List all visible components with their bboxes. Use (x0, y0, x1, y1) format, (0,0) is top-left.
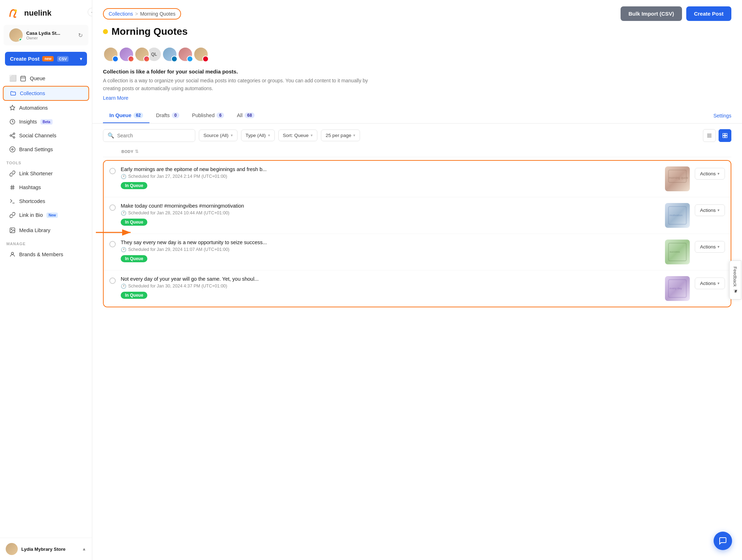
sidebar-item-link-in-bio[interactable]: Link in Bio New (3, 208, 89, 222)
per-page-label: 25 per page (326, 133, 351, 138)
search-box[interactable]: 🔍 (103, 129, 195, 142)
social-channels-icon (9, 132, 16, 139)
list-compact-view-btn[interactable] (703, 129, 716, 142)
sidebar-item-media-library[interactable]: Media Library (3, 224, 89, 237)
queue-icon (20, 75, 26, 82)
tab-published[interactable]: Published 6 (186, 108, 230, 123)
post-schedule-text-4: Scheduled for Jan 30, 2024 4:37 PM (UTC+… (128, 284, 227, 289)
avatar-row: QL (92, 43, 742, 67)
post-checkbox-3[interactable] (109, 241, 116, 247)
post-title-4: Not every day of your year will go the s… (121, 276, 660, 282)
bulk-import-button[interactable]: Bulk Import (CSV) (621, 6, 682, 21)
post-title-2: Make today count! #morningvibes #morning… (121, 203, 660, 209)
sidebar-item-collections-label: Collections (20, 90, 45, 96)
svg-point-0 (15, 10, 17, 12)
svg-text:morning quote: morning quote (669, 176, 688, 180)
sidebar-item-shortcodes-label: Shortcodes (19, 198, 45, 204)
media-library-icon (9, 227, 16, 234)
sidebar-item-social-channels-label: Social Channels (19, 133, 56, 138)
user-name: Casa Lydia St... (26, 31, 75, 36)
source-filter-label: Source (All) (203, 133, 229, 138)
tab-drafts-label: Drafts (156, 112, 170, 118)
tab-all[interactable]: All 68 (230, 108, 261, 123)
feedback-tab[interactable]: Feedback ⚑ (729, 260, 741, 300)
sidebar-item-brand-settings[interactable]: Brand Settings (3, 143, 89, 156)
actions-button-1[interactable]: Actions ▾ (695, 168, 725, 180)
tab-in-queue[interactable]: In Queue 62 (103, 108, 149, 123)
chat-bubble[interactable] (714, 532, 732, 550)
create-post-sidebar-button[interactable]: Create Post new CSV ▾ (5, 52, 87, 66)
sidebar-item-insights[interactable]: Insights Beta (3, 115, 89, 128)
post-schedule-1: 🕐 Scheduled for Jan 27, 2024 2:14 PM (UT… (121, 174, 660, 179)
tab-published-count: 6 (217, 112, 224, 118)
sidebar-item-automations[interactable]: Automations (3, 101, 89, 115)
create-post-header-button[interactable]: Create Post (686, 6, 731, 21)
refresh-icon[interactable]: ↻ (78, 32, 83, 39)
social-badge-tw (187, 56, 193, 62)
tab-all-count: 68 (245, 112, 254, 118)
collection-dot (103, 29, 108, 34)
post-schedule-text-3: Scheduled for Jan 29, 2024 11:07 AM (UTC… (128, 247, 229, 252)
settings-link[interactable]: Settings (713, 109, 731, 123)
actions-button-3[interactable]: Actions ▾ (695, 241, 725, 253)
sidebar-item-queue[interactable]: ⬜ Queue (3, 71, 89, 86)
learn-more-link[interactable]: Learn More (103, 95, 129, 101)
clock-icon-2: 🕐 (121, 210, 126, 216)
post-title-1: Early mornings are the epitome of new be… (121, 166, 660, 172)
sidebar-item-brands-members[interactable]: Brands & Members (3, 248, 89, 261)
hashtags-icon (9, 184, 16, 191)
sidebar-item-automations-label: Automations (19, 105, 48, 111)
type-chevron-icon: ▾ (268, 133, 270, 138)
type-filter[interactable]: Type (All) ▾ (241, 130, 275, 141)
new-badge-blue: New (47, 213, 58, 218)
page-title: Morning Quotes (111, 26, 188, 37)
post-checkbox-2[interactable] (109, 204, 116, 211)
tab-in-queue-label: In Queue (109, 112, 131, 118)
sort-icon[interactable]: ⇅ (135, 149, 139, 154)
sidebar-item-collections[interactable]: Collections (3, 86, 89, 101)
sidebar-item-hashtags[interactable]: Hashtags (3, 181, 89, 194)
clock-icon-4: 🕐 (121, 284, 126, 289)
post-thumbnail-4: every day (665, 276, 690, 301)
user-role: Owner (26, 36, 75, 40)
sort-filter[interactable]: Sort: Queue ▾ (278, 130, 318, 141)
sidebar-item-brand-settings-label: Brand Settings (19, 147, 53, 152)
tools-nav: Link Shortener Hashtags Shortcodes Link … (0, 166, 92, 222)
svg-point-6 (13, 133, 15, 135)
svg-line-14 (11, 185, 12, 190)
svg-text:motivation: motivation (670, 214, 682, 217)
online-indicator (19, 38, 22, 42)
post-checkbox-1[interactable] (109, 168, 116, 174)
footer-user-name: Lydia Mybrary Store (21, 547, 78, 552)
breadcrumb-collections[interactable]: Collections (109, 11, 133, 17)
source-filter[interactable]: Source (All) ▾ (199, 130, 238, 141)
per-page-filter[interactable]: 25 per page ▾ (321, 130, 360, 141)
search-input[interactable] (117, 133, 191, 138)
posts-table: BODY ⇅ Early mornings are the epitome of… (92, 146, 742, 307)
svg-point-8 (13, 137, 15, 138)
post-checkbox-4[interactable] (109, 278, 116, 284)
create-post-sidebar-label: Create Post (10, 56, 39, 62)
list-view-btn[interactable] (719, 129, 731, 142)
topbar-actions: Bulk Import (CSV) Create Post (621, 6, 731, 21)
sidebar-footer[interactable]: Lydia Mybrary Store ▲ (0, 538, 92, 560)
topbar: Collections > Morning Quotes Bulk Import… (92, 0, 742, 24)
sidebar-item-shortcodes[interactable]: Shortcodes (3, 194, 89, 208)
svg-line-15 (13, 185, 14, 190)
description-block: Collection is like a folder for your soc… (92, 67, 398, 108)
sidebar-item-link-in-bio-label: Link in Bio (19, 212, 43, 218)
feedback-icon: ⚑ (732, 289, 738, 293)
tab-drafts[interactable]: Drafts 0 (149, 108, 185, 123)
view-toggle (703, 129, 731, 142)
sidebar-item-social-channels[interactable]: Social Channels (3, 129, 89, 142)
actions-button-2[interactable]: Actions ▾ (695, 204, 725, 216)
sidebar-item-link-shortener[interactable]: Link Shortener (3, 167, 89, 180)
actions-chevron-4: ▾ (718, 281, 720, 286)
post-status-badge-4: In Queue (121, 292, 147, 299)
actions-button-4[interactable]: Actions ▾ (695, 278, 725, 289)
svg-point-7 (10, 135, 12, 137)
main-content: Collections > Morning Quotes Bulk Import… (92, 0, 742, 560)
table-row: Early mornings are the epitome of new be… (104, 161, 731, 197)
link-shortener-icon (9, 170, 16, 177)
post-content-3: They say every new day is a new opportun… (121, 240, 660, 262)
